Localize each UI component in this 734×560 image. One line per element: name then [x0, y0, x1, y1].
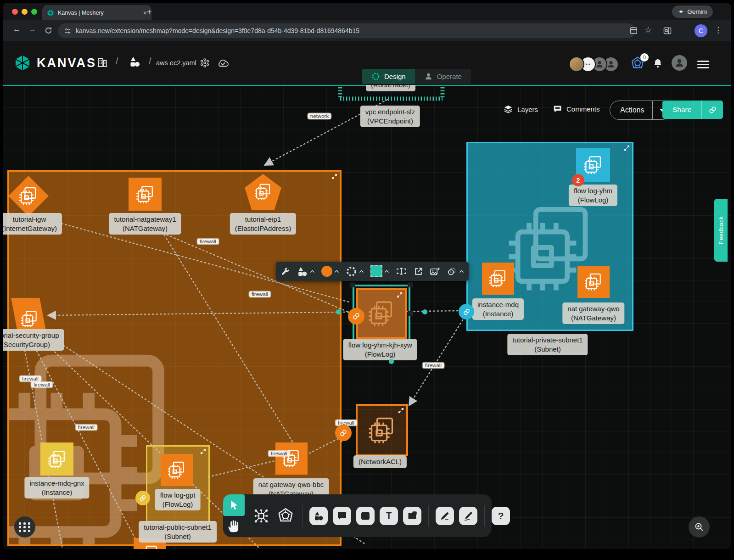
- traffic-close-button[interactable]: [12, 9, 18, 15]
- node-label: tutorial-igw(InternetGateway): [3, 213, 62, 235]
- node-instance-mdq[interactable]: [482, 263, 514, 295]
- gemini-button[interactable]: Gemini: [672, 6, 713, 18]
- url-text[interactable]: kanvas.new/extension/meshmap?mode=design…: [76, 27, 359, 34]
- border-style-picker[interactable]: [346, 266, 364, 277]
- shapes-tool[interactable]: [309, 507, 328, 525]
- kanvas-logo[interactable]: KANVAS: [14, 54, 96, 72]
- configure-wrench-icon[interactable]: [280, 267, 290, 276]
- copy-link-button[interactable]: [702, 106, 723, 114]
- chip-icon: [17, 185, 39, 207]
- media-tool[interactable]: [356, 507, 375, 525]
- node-label: tutorial-eip1(ElasticIPAddress): [230, 213, 296, 235]
- share-button[interactable]: Share: [662, 101, 723, 119]
- comments-button[interactable]: Comments: [553, 104, 600, 114]
- help-button[interactable]: ?: [492, 507, 510, 525]
- add-image-icon[interactable]: [430, 267, 440, 276]
- chip-icon: [46, 448, 68, 470]
- node-nat-gateway-qwo[interactable]: [577, 266, 610, 298]
- node-nat-gateway-qwo-bbc[interactable]: [275, 442, 308, 475]
- expand-icon[interactable]: [200, 448, 206, 454]
- reload-button[interactable]: [44, 26, 53, 35]
- freehand-draw-tool[interactable]: [459, 507, 477, 525]
- tab-design[interactable]: Design: [362, 69, 415, 84]
- browser-menu-icon[interactable]: ⋮: [714, 25, 722, 35]
- forward-button[interactable]: →: [28, 25, 36, 34]
- organization-icon[interactable]: [96, 56, 108, 68]
- link-icon: [352, 312, 360, 320]
- back-button[interactable]: ←: [13, 25, 21, 34]
- collaborator-avatars[interactable]: [573, 56, 619, 72]
- resize-handle[interactable]: [350, 282, 355, 287]
- new-tab-button[interactable]: +: [147, 7, 152, 17]
- link-icon: [463, 308, 471, 316]
- edge-draw-tool[interactable]: [436, 507, 454, 525]
- tab-close-icon[interactable]: ×: [143, 9, 147, 17]
- shape-picker[interactable]: [297, 266, 315, 277]
- sidebar-search-icon[interactable]: [663, 26, 672, 35]
- bookmark-star-icon[interactable]: ☆: [644, 25, 652, 35]
- lens-picker[interactable]: [447, 267, 464, 276]
- node-flow-log-gpt[interactable]: [161, 454, 193, 486]
- link-badge[interactable]: [135, 491, 150, 505]
- link-badge[interactable]: [459, 304, 474, 319]
- kubernetes-components-tool[interactable]: [276, 506, 295, 526]
- chip-icon: [134, 183, 157, 206]
- expand-icon[interactable]: [624, 145, 630, 151]
- expand-icon[interactable]: [398, 408, 404, 414]
- tab-operate[interactable]: Operate: [415, 69, 471, 84]
- meshery-components-tool[interactable]: [252, 506, 271, 526]
- traffic-zoom-button[interactable]: [31, 9, 37, 15]
- browser-tab[interactable]: Kanvas | Meshery ×: [42, 5, 151, 20]
- avatar[interactable]: [569, 56, 584, 72]
- shapes-icon: [313, 510, 324, 521]
- node-instance-mdq-gnx[interactable]: [40, 442, 73, 476]
- chip-icon: [252, 181, 274, 202]
- guide-dot: [389, 359, 394, 364]
- app-menu-icon[interactable]: [697, 59, 709, 70]
- extension-icon[interactable]: [199, 57, 210, 68]
- tool-dock: T ?: [223, 494, 492, 537]
- address-bar[interactable]: kanvas.new/extension/meshmap?mode=design…: [58, 23, 635, 38]
- node-label: instance-mdq(Instance): [472, 298, 524, 320]
- expand-icon[interactable]: [397, 292, 403, 298]
- node-label: tutorial-public-subnet1(Subnet): [139, 521, 217, 543]
- browser-profile-avatar[interactable]: C: [695, 24, 707, 37]
- save-icon[interactable]: [629, 26, 638, 35]
- user-profile-avatar[interactable]: [672, 55, 687, 71]
- design-file-name[interactable]: aws ec2.yaml: [156, 59, 196, 67]
- node-label: tutorial-private-subnet1(Subnet): [507, 334, 588, 355]
- node-label: (NetworkACL): [353, 455, 407, 468]
- node-nat-gateway1[interactable]: [129, 178, 162, 211]
- node-label: tutorial-security-group(SecurityGroup): [3, 329, 64, 351]
- guide-dot: [422, 309, 427, 314]
- text-tool[interactable]: T: [380, 507, 398, 525]
- k8s-context-switcher[interactable]: 0: [630, 56, 646, 71]
- rename-text-icon[interactable]: [396, 267, 407, 275]
- dot-grid-toggle-button[interactable]: [14, 516, 35, 538]
- edge-label-firewall: firewall: [20, 376, 41, 381]
- node-network-acl[interactable]: [356, 404, 408, 456]
- select-tool[interactable]: [223, 494, 245, 516]
- selection-color-picker[interactable]: [370, 265, 389, 277]
- node-label: flow log-yhm(FlowLog): [569, 185, 617, 206]
- pan-hand-tool[interactable]: [227, 517, 241, 535]
- design-canvas[interactable]: 2 tutorial-igw(InternetGateway) tutorial…: [3, 85, 731, 549]
- link-badge[interactable]: [335, 425, 352, 441]
- notifications-bell-icon[interactable]: [652, 58, 663, 69]
- feedback-tab[interactable]: Feedback: [714, 199, 728, 262]
- layers-icon: [503, 104, 513, 114]
- workspace-shapes-icon[interactable]: [129, 56, 141, 68]
- sticky-note-tool[interactable]: [403, 507, 421, 525]
- link-badge[interactable]: [348, 308, 364, 325]
- comment-icon: [336, 510, 347, 521]
- fill-color-picker[interactable]: [321, 266, 339, 277]
- expand-icon[interactable]: [331, 174, 337, 179]
- comment-tool[interactable]: [333, 507, 351, 525]
- site-settings-icon[interactable]: [64, 28, 71, 34]
- zoom-in-button[interactable]: [689, 516, 710, 538]
- resize-handle[interactable]: [408, 282, 413, 287]
- resize-handle[interactable]: [408, 311, 413, 316]
- traffic-minimize-button[interactable]: [22, 9, 28, 15]
- open-external-icon[interactable]: [414, 267, 423, 276]
- layers-button[interactable]: Layers: [503, 104, 538, 114]
